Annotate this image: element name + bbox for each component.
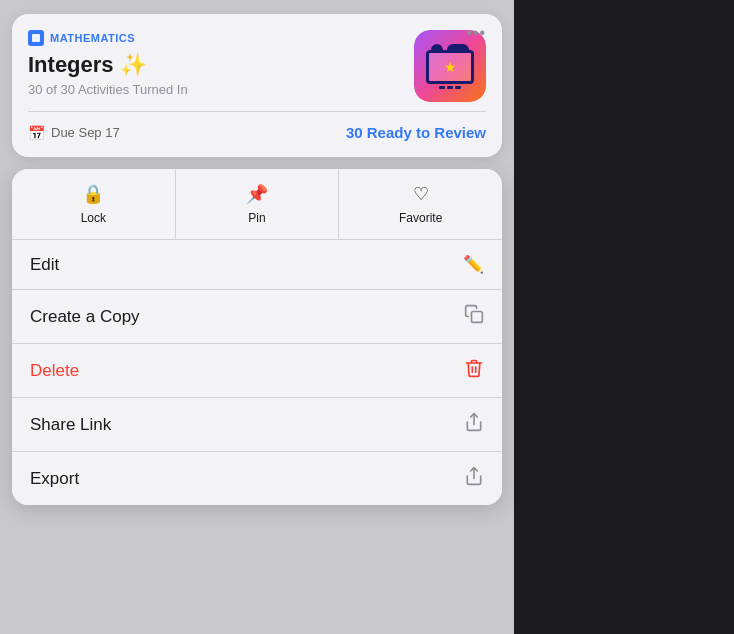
favorite-label: Favorite [399, 211, 442, 225]
heart-icon: ♡ [413, 183, 429, 205]
share-link-menu-item[interactable]: Share Link [12, 398, 502, 452]
pin-icon: 📌 [246, 183, 268, 205]
dark-panel [514, 0, 734, 634]
export-icon [464, 466, 484, 491]
context-menu: 🔒 Lock 📌 Pin ♡ Favorite Edit ✏️ Create a… [12, 169, 502, 505]
edit-icon: ✏️ [463, 254, 484, 275]
lock-button[interactable]: 🔒 Lock [12, 169, 176, 239]
copy-icon [464, 304, 484, 329]
favorite-button[interactable]: ♡ Favorite [339, 169, 502, 239]
trash-icon [464, 358, 484, 383]
delete-label: Delete [30, 361, 79, 381]
share-icon [464, 412, 484, 437]
subject-icon [28, 30, 44, 46]
export-label: Export [30, 469, 79, 489]
edit-menu-item[interactable]: Edit ✏️ [12, 240, 502, 290]
lock-icon: 🔒 [82, 183, 104, 205]
lock-label: Lock [81, 211, 106, 225]
due-label: Due Sep 17 [51, 125, 120, 140]
due-date: 📅 Due Sep 17 [28, 125, 120, 141]
svg-rect-1 [472, 312, 483, 323]
svg-rect-0 [32, 34, 40, 42]
calendar-icon: 📅 [28, 125, 45, 141]
card-footer: 📅 Due Sep 17 30 Ready to Review [28, 111, 486, 141]
subject-label: MATHEMATICS [50, 32, 135, 44]
more-button[interactable]: ••• [466, 24, 486, 42]
menu-actions-row: 🔒 Lock 📌 Pin ♡ Favorite [12, 169, 502, 240]
pin-button[interactable]: 📌 Pin [176, 169, 340, 239]
create-copy-label: Create a Copy [30, 307, 140, 327]
export-menu-item[interactable]: Export [12, 452, 502, 505]
delete-menu-item[interactable]: Delete [12, 344, 502, 398]
review-label[interactable]: 30 Ready to Review [346, 124, 486, 141]
pin-label: Pin [248, 211, 265, 225]
content-area: MATHEMATICS Integers ✨ 30 of 30 Activiti… [0, 0, 514, 634]
edit-label: Edit [30, 255, 59, 275]
create-copy-menu-item[interactable]: Create a Copy [12, 290, 502, 344]
assignment-card: MATHEMATICS Integers ✨ 30 of 30 Activiti… [12, 14, 502, 157]
share-link-label: Share Link [30, 415, 111, 435]
